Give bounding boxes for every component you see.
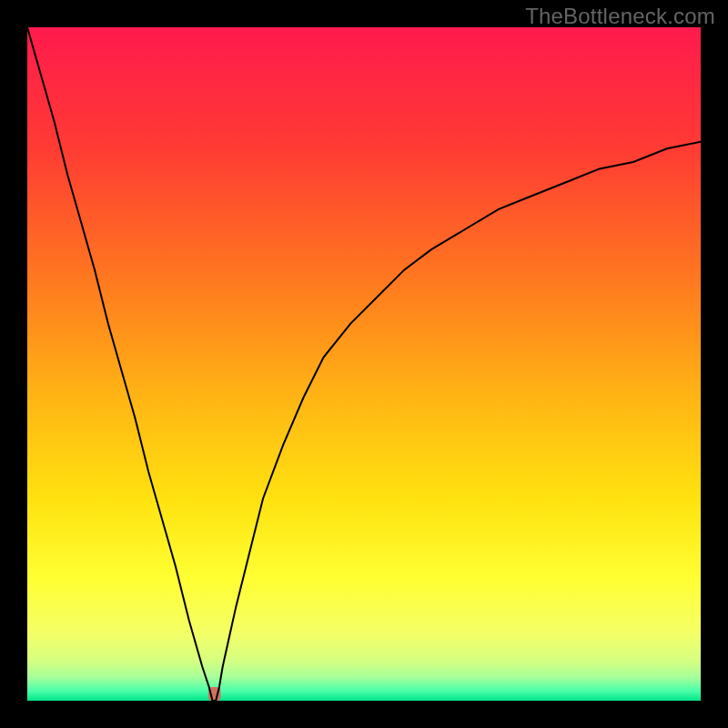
watermark-text: TheBottleneck.com [525,4,715,29]
bottleneck-chart [27,27,701,701]
plot-area [27,27,701,701]
chart-frame: TheBottleneck.com [0,0,728,728]
gradient-background [27,27,701,701]
